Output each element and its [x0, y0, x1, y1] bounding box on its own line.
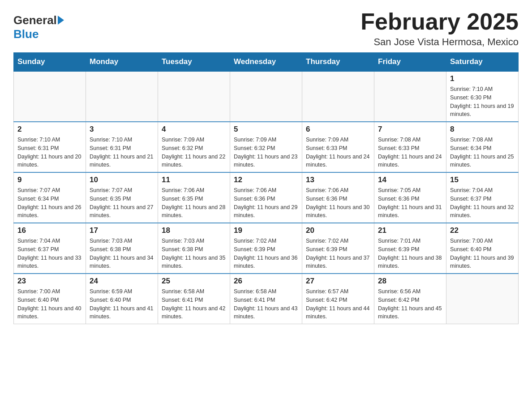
day-number: 23 — [17, 277, 82, 286]
calendar-day-cell — [446, 274, 519, 324]
logo-arrow-icon — [58, 16, 64, 25]
calendar-day-cell: 17Sunrise: 7:03 AMSunset: 6:38 PMDayligh… — [86, 223, 158, 274]
day-number: 17 — [90, 226, 154, 235]
calendar-day-cell — [374, 71, 446, 122]
day-info: Sunrise: 7:04 AMSunset: 6:37 PMDaylight:… — [17, 237, 82, 270]
calendar-day-cell — [158, 71, 230, 122]
day-number: 14 — [378, 176, 442, 184]
calendar-day-cell: 3Sunrise: 7:10 AMSunset: 6:31 PMDaylight… — [86, 122, 158, 172]
day-of-week-header: Monday — [86, 53, 158, 72]
calendar-header-row: SundayMondayTuesdayWednesdayThursdayFrid… — [14, 53, 519, 72]
calendar-day-cell: 20Sunrise: 7:02 AMSunset: 6:39 PMDayligh… — [302, 223, 374, 274]
day-info: Sunrise: 7:09 AMSunset: 6:33 PMDaylight:… — [306, 136, 370, 169]
calendar-day-cell — [14, 71, 86, 122]
calendar-title: February 2025 — [360, 9, 519, 34]
calendar-day-cell: 11Sunrise: 7:06 AMSunset: 6:35 PMDayligh… — [158, 172, 230, 223]
calendar-day-cell: 10Sunrise: 7:07 AMSunset: 6:35 PMDayligh… — [86, 172, 158, 223]
day-info: Sunrise: 7:05 AMSunset: 6:36 PMDaylight:… — [378, 186, 442, 220]
day-info: Sunrise: 7:07 AMSunset: 6:35 PMDaylight:… — [90, 186, 154, 220]
day-number: 20 — [306, 226, 370, 235]
calendar-day-cell: 19Sunrise: 7:02 AMSunset: 6:39 PMDayligh… — [230, 223, 302, 274]
logo-blue-text: Blue — [13, 27, 39, 41]
calendar-day-cell: 1Sunrise: 7:10 AMSunset: 6:30 PMDaylight… — [446, 71, 519, 122]
calendar-day-cell: 4Sunrise: 7:09 AMSunset: 6:32 PMDaylight… — [158, 122, 230, 172]
day-number: 24 — [90, 277, 154, 286]
calendar-week-row: 2Sunrise: 7:10 AMSunset: 6:31 PMDaylight… — [14, 122, 519, 172]
day-info: Sunrise: 7:03 AMSunset: 6:38 PMDaylight:… — [162, 237, 226, 270]
day-number: 6 — [306, 125, 370, 134]
day-of-week-header: Wednesday — [230, 53, 302, 72]
day-number: 25 — [162, 277, 226, 286]
day-of-week-header: Saturday — [446, 53, 519, 72]
calendar-table: SundayMondayTuesdayWednesdayThursdayFrid… — [13, 52, 519, 324]
calendar-day-cell: 7Sunrise: 7:08 AMSunset: 6:33 PMDaylight… — [374, 122, 446, 172]
logo-general-text: General — [13, 13, 57, 27]
calendar-subtitle: San Jose Vista Hermosa, Mexico — [360, 36, 519, 48]
day-info: Sunrise: 7:00 AMSunset: 6:40 PMDaylight:… — [17, 287, 82, 321]
day-number: 1 — [450, 74, 515, 83]
day-info: Sunrise: 7:02 AMSunset: 6:39 PMDaylight:… — [306, 237, 370, 270]
day-number: 19 — [234, 226, 298, 235]
day-info: Sunrise: 7:09 AMSunset: 6:32 PMDaylight:… — [234, 136, 298, 169]
day-info: Sunrise: 6:58 AMSunset: 6:41 PMDaylight:… — [234, 287, 298, 321]
day-number: 15 — [450, 176, 515, 184]
day-number: 5 — [234, 125, 298, 134]
logo: General Blue — [13, 13, 64, 41]
day-of-week-header: Friday — [374, 53, 446, 72]
calendar-day-cell: 9Sunrise: 7:07 AMSunset: 6:34 PMDaylight… — [14, 172, 86, 223]
day-info: Sunrise: 7:00 AMSunset: 6:40 PMDaylight:… — [450, 237, 515, 270]
calendar-day-cell: 15Sunrise: 7:04 AMSunset: 6:37 PMDayligh… — [446, 172, 519, 223]
calendar-day-cell — [86, 71, 158, 122]
calendar-day-cell: 13Sunrise: 7:06 AMSunset: 6:36 PMDayligh… — [302, 172, 374, 223]
day-info: Sunrise: 7:06 AMSunset: 6:36 PMDaylight:… — [234, 186, 298, 220]
day-info: Sunrise: 6:56 AMSunset: 6:42 PMDaylight:… — [378, 287, 442, 321]
calendar-week-row: 1Sunrise: 7:10 AMSunset: 6:30 PMDaylight… — [14, 71, 519, 122]
calendar-day-cell: 6Sunrise: 7:09 AMSunset: 6:33 PMDaylight… — [302, 122, 374, 172]
calendar-week-row: 16Sunrise: 7:04 AMSunset: 6:37 PMDayligh… — [14, 223, 519, 274]
day-number: 18 — [162, 226, 226, 235]
calendar-day-cell: 26Sunrise: 6:58 AMSunset: 6:41 PMDayligh… — [230, 274, 302, 324]
day-number: 8 — [450, 125, 515, 134]
day-info: Sunrise: 7:06 AMSunset: 6:35 PMDaylight:… — [162, 186, 226, 220]
day-number: 7 — [378, 125, 442, 134]
calendar-day-cell: 25Sunrise: 6:58 AMSunset: 6:41 PMDayligh… — [158, 274, 230, 324]
day-of-week-header: Tuesday — [158, 53, 230, 72]
day-info: Sunrise: 7:01 AMSunset: 6:39 PMDaylight:… — [378, 237, 442, 270]
day-number: 13 — [306, 176, 370, 184]
day-info: Sunrise: 6:59 AMSunset: 6:40 PMDaylight:… — [90, 287, 154, 321]
day-number: 3 — [90, 125, 154, 134]
day-number: 4 — [162, 125, 226, 134]
day-number: 9 — [17, 176, 82, 184]
day-info: Sunrise: 7:10 AMSunset: 6:30 PMDaylight:… — [450, 85, 515, 119]
title-block: February 2025 San Jose Vista Hermosa, Me… — [360, 9, 519, 48]
calendar-day-cell: 21Sunrise: 7:01 AMSunset: 6:39 PMDayligh… — [374, 223, 446, 274]
day-number: 27 — [306, 277, 370, 286]
day-info: Sunrise: 7:09 AMSunset: 6:32 PMDaylight:… — [162, 136, 226, 169]
day-number: 28 — [378, 277, 442, 286]
day-of-week-header: Thursday — [302, 53, 374, 72]
day-of-week-header: Sunday — [14, 53, 86, 72]
day-info: Sunrise: 7:08 AMSunset: 6:34 PMDaylight:… — [450, 136, 515, 169]
day-number: 21 — [378, 226, 442, 235]
calendar-day-cell: 14Sunrise: 7:05 AMSunset: 6:36 PMDayligh… — [374, 172, 446, 223]
day-info: Sunrise: 6:57 AMSunset: 6:42 PMDaylight:… — [306, 287, 370, 321]
day-info: Sunrise: 6:58 AMSunset: 6:41 PMDaylight:… — [162, 287, 226, 321]
day-info: Sunrise: 7:04 AMSunset: 6:37 PMDaylight:… — [450, 186, 515, 220]
day-info: Sunrise: 7:08 AMSunset: 6:33 PMDaylight:… — [378, 136, 442, 169]
day-info: Sunrise: 7:02 AMSunset: 6:39 PMDaylight:… — [234, 237, 298, 270]
page-header: General Blue February 2025 San Jose Vist… — [13, 9, 519, 48]
calendar-day-cell: 12Sunrise: 7:06 AMSunset: 6:36 PMDayligh… — [230, 172, 302, 223]
calendar-day-cell: 18Sunrise: 7:03 AMSunset: 6:38 PMDayligh… — [158, 223, 230, 274]
calendar-day-cell: 22Sunrise: 7:00 AMSunset: 6:40 PMDayligh… — [446, 223, 519, 274]
calendar-day-cell: 8Sunrise: 7:08 AMSunset: 6:34 PMDaylight… — [446, 122, 519, 172]
day-info: Sunrise: 7:10 AMSunset: 6:31 PMDaylight:… — [17, 136, 82, 169]
day-number: 10 — [90, 176, 154, 184]
calendar-day-cell — [302, 71, 374, 122]
calendar-day-cell: 2Sunrise: 7:10 AMSunset: 6:31 PMDaylight… — [14, 122, 86, 172]
calendar-day-cell — [230, 71, 302, 122]
calendar-day-cell: 27Sunrise: 6:57 AMSunset: 6:42 PMDayligh… — [302, 274, 374, 324]
day-info: Sunrise: 7:10 AMSunset: 6:31 PMDaylight:… — [90, 136, 154, 169]
day-number: 2 — [17, 125, 82, 134]
calendar-day-cell: 24Sunrise: 6:59 AMSunset: 6:40 PMDayligh… — [86, 274, 158, 324]
day-info: Sunrise: 7:03 AMSunset: 6:38 PMDaylight:… — [90, 237, 154, 270]
